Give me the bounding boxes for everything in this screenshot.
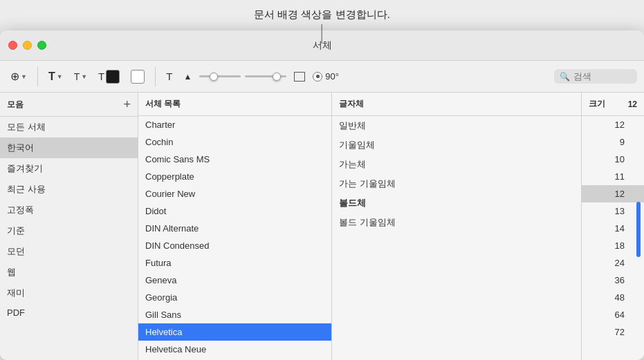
font-item-comic-sans[interactable]: Comic Sans MS (138, 151, 331, 168)
slider-1[interactable] (199, 75, 241, 77)
size-item-48[interactable]: 48 (582, 289, 644, 306)
search-input[interactable] (573, 71, 632, 82)
typeface-bold[interactable]: 볼드체 (332, 193, 581, 213)
text-align-icon: T (166, 70, 172, 82)
action-icon: ⊕ (10, 70, 19, 83)
collection-item-korean[interactable]: 한국어 (0, 138, 138, 158)
toolbar: ⊕ ▼ T ▼ T ▼ T T ▲ (0, 61, 644, 93)
font-item-didot[interactable]: Didot (138, 202, 331, 220)
font-list: Charter Cochin Comic Sans MS Copperplate… (138, 116, 331, 360)
font-size-icon: T (74, 71, 80, 82)
font-panel-window: 서체 ⊕ ▼ T ▼ T ▼ T (0, 30, 644, 360)
slider-1-thumb[interactable] (210, 73, 218, 81)
size-item-72[interactable]: 72 (582, 323, 644, 341)
size-item-11[interactable]: 11 (582, 168, 644, 185)
slider-2[interactable] (245, 75, 286, 77)
doc-color-swatch (131, 70, 145, 84)
main-content: 모음 + 모든 서체 한국어 즐겨찾기 최근 사용 고정폭 기준 모던 웹 재미… (0, 93, 644, 360)
collection-item-favorites[interactable]: 즐겨찾기 (0, 158, 138, 179)
size-item-12[interactable]: 12 (582, 185, 644, 202)
size-item-9[interactable]: 9 (582, 133, 644, 151)
collection-item-modern[interactable]: 모던 (0, 241, 138, 262)
angle-control: 90° (313, 71, 339, 82)
font-item-futura[interactable]: Futura (138, 254, 331, 272)
font-item-courier-new[interactable]: Courier New (138, 185, 331, 202)
font-style-button[interactable]: T ▼ (45, 68, 66, 85)
font-item-gill-sans[interactable]: Gill Sans (138, 306, 331, 323)
font-list-header: 서체 목록 (138, 93, 331, 116)
typeface-regular[interactable]: 일반체 (332, 116, 581, 135)
font-item-din-condensed[interactable]: DIN Condensed (138, 237, 331, 254)
action-chevron-icon: ▼ (21, 73, 27, 80)
font-size-button[interactable]: T ▼ (71, 69, 91, 84)
collections-list: 모든 서체 한국어 즐겨찾기 최근 사용 고정폭 기준 모던 웹 재미 PDF (0, 117, 138, 360)
size-header: 크기 12 (582, 93, 644, 116)
size-value-display: 12 (628, 100, 637, 109)
collection-item-fixed[interactable]: 고정폭 (0, 200, 138, 220)
size-item-24[interactable]: 24 (582, 254, 644, 272)
angle-value: 90° (325, 71, 339, 82)
doc-color-button[interactable] (127, 68, 148, 86)
typeface-header: 글자체 (332, 93, 581, 116)
action-button[interactable]: ⊕ ▼ (7, 68, 30, 85)
font-style-icon: T (48, 70, 55, 83)
font-size-chevron-icon: ▼ (81, 73, 87, 80)
font-item-copperplate[interactable]: Copperplate (138, 168, 331, 185)
typeface-panel: 글자체 일반체 기울임체 가는체 가는 기울임체 볼드체 볼드 기울임체 (332, 93, 582, 360)
font-item-helvetica-neue[interactable]: Helvetica Neue (138, 341, 331, 358)
size-item-18[interactable]: 18 (582, 237, 644, 254)
angle-dot-icon[interactable] (313, 72, 322, 82)
collection-item-web[interactable]: 웹 (0, 262, 138, 283)
text-align-button[interactable]: T (163, 68, 176, 84)
typeface-list: 일반체 기울임체 가는체 가는 기울임체 볼드체 볼드 기울임체 (332, 116, 581, 360)
rectangle-button[interactable] (291, 70, 309, 84)
tooltip-line (322, 24, 322, 44)
typeface-thin[interactable]: 가는체 (332, 155, 581, 174)
maximize-button[interactable] (37, 41, 46, 50)
arrow-up-button[interactable]: ▲ (180, 70, 195, 84)
font-item-georgia[interactable]: Georgia (138, 289, 331, 306)
size-item-64[interactable]: 64 (582, 306, 644, 323)
collection-item-pdf[interactable]: PDF (0, 303, 138, 322)
font-list-panel: 서체 목록 Charter Cochin Comic Sans MS Coppe… (138, 93, 332, 360)
collections-title: 모음 (7, 99, 24, 111)
font-item-din-alternate[interactable]: DIN Alternate (138, 220, 331, 237)
text-icon: T (98, 70, 104, 82)
close-button[interactable] (8, 41, 17, 50)
typeface-thin-italic[interactable]: 가는 기울임체 (332, 174, 581, 193)
font-style-chevron-icon: ▼ (57, 73, 63, 80)
typeface-italic[interactable]: 기울임체 (332, 135, 581, 155)
size-title: 크기 (589, 98, 605, 110)
size-item-14[interactable]: 14 (582, 220, 644, 237)
typeface-bold-italic[interactable]: 볼드 기울임체 (332, 213, 581, 232)
separator-2 (155, 67, 156, 86)
action-group: ⊕ ▼ (7, 68, 30, 85)
text-color-swatch[interactable] (106, 70, 120, 84)
minimize-button[interactable] (23, 41, 32, 50)
add-collection-button[interactable]: + (123, 98, 131, 111)
collection-item-recent[interactable]: 최근 사용 (0, 179, 138, 200)
collections-header: 모음 + (0, 93, 138, 117)
size-item-12-top[interactable]: 12 (582, 116, 644, 133)
font-item-charter[interactable]: Charter (138, 116, 331, 133)
collection-item-standard[interactable]: 기준 (0, 220, 138, 241)
search-box[interactable]: 🔍 (554, 69, 637, 84)
collections-panel: 모음 + 모든 서체 한국어 즐겨찾기 최근 사용 고정폭 기준 모던 웹 재미… (0, 93, 138, 360)
font-item-geneva[interactable]: Geneva (138, 272, 331, 289)
search-icon: 🔍 (560, 72, 570, 82)
font-item-cochin[interactable]: Cochin (138, 133, 331, 151)
collection-item-all-fonts[interactable]: 모든 서체 (0, 117, 138, 138)
size-item-10[interactable]: 10 (582, 151, 644, 168)
size-item-36[interactable]: 36 (582, 272, 644, 289)
tooltip-text: 문서 배경 색상을 변경합니다. (254, 8, 390, 21)
size-scrollbar-thumb[interactable] (636, 202, 641, 257)
rectangle-icon (294, 72, 305, 82)
slider-2-thumb[interactable] (273, 73, 281, 81)
arrow-up-icon: ▲ (183, 72, 192, 82)
size-list: 12 9 10 11 12 13 14 18 24 36 48 64 72 (582, 116, 644, 360)
collection-item-fun[interactable]: 재미 (0, 283, 138, 303)
font-item-helvetica[interactable]: Helvetica (138, 323, 331, 341)
tooltip: 문서 배경 색상을 변경합니다. (254, 8, 390, 44)
size-scrollbar[interactable] (636, 116, 641, 360)
size-item-13[interactable]: 13 (582, 202, 644, 220)
